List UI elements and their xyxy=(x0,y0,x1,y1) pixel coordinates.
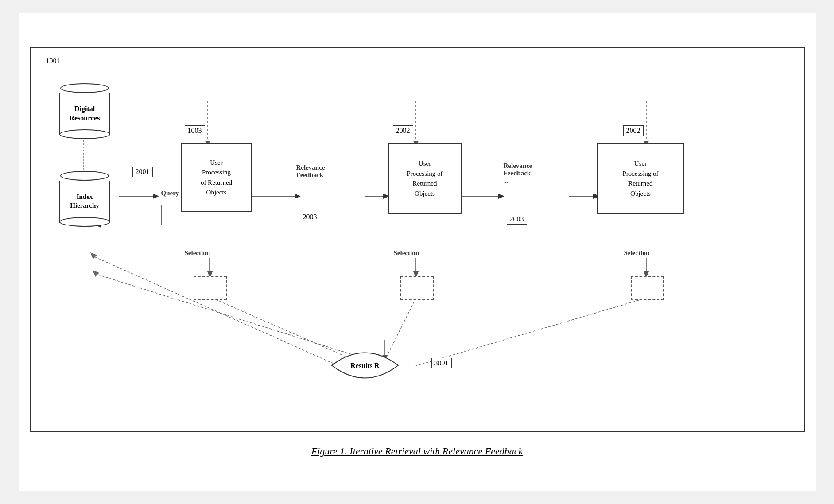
figure-caption: Figure 1. Iterative Retrieval with Relev… xyxy=(311,446,523,457)
selection-3-label: Selection xyxy=(624,249,650,257)
user-proc-1-label: UserProcessingof ReturnedObjects xyxy=(201,158,232,198)
cylinder-top-digital xyxy=(60,83,109,93)
label-2001: 2001 xyxy=(132,167,153,177)
label-1001: 1001 xyxy=(43,56,63,66)
user-proc-2-label: UserProcessing ofReturnedObjects xyxy=(407,159,442,198)
svg-text:Results R: Results R xyxy=(350,362,380,369)
user-proc-1-box: UserProcessingof ReturnedObjects xyxy=(181,143,252,212)
svg-marker-19 xyxy=(498,194,504,199)
svg-line-34 xyxy=(95,274,363,358)
digital-resources-cylinder: DigitalResources xyxy=(59,83,110,135)
svg-marker-33 xyxy=(90,252,97,259)
index-hierarchy-cylinder: IndexHierarchy xyxy=(59,171,110,223)
svg-marker-10 xyxy=(153,194,159,199)
diagram-container: 1001 DigitalResources IndexHierarchy 200… xyxy=(30,47,805,432)
selection-1-label: Selection xyxy=(185,249,210,257)
label-1003: 1003 xyxy=(185,125,205,136)
results-r-shape: Results R xyxy=(318,347,411,384)
cylinder-body-digital: DigitalResources xyxy=(59,93,110,135)
label-2003-1: 2003 xyxy=(300,212,320,222)
relevance-feedback-2-label: RelevanceFeedback... xyxy=(504,162,532,185)
cylinder-top-index xyxy=(60,171,109,181)
cylinder-body-index: IndexHierarchy xyxy=(59,181,110,223)
user-proc-2-box: UserProcessing ofReturnedObjects xyxy=(388,143,462,214)
user-proc-3-label: UserProcessing ofReturnedObjects xyxy=(622,159,658,198)
svg-marker-35 xyxy=(93,270,99,277)
svg-line-30 xyxy=(416,298,646,366)
diagram-arrows xyxy=(31,48,804,431)
label-3001: 3001 xyxy=(431,358,452,368)
selection-3-rect xyxy=(631,276,664,300)
selection-2-rect xyxy=(400,276,434,300)
relevance-feedback-1-label: RelevanceFeedback xyxy=(296,164,325,179)
svg-marker-15 xyxy=(295,194,301,199)
label-2002-1: 2002 xyxy=(393,125,413,136)
label-2003-2: 2003 xyxy=(507,214,527,225)
selection-2-label: Selection xyxy=(394,249,419,257)
label-2002-2: 2002 xyxy=(623,125,644,136)
selection-1-rect xyxy=(194,276,227,300)
query-label: Query xyxy=(161,190,179,197)
page-wrapper: 1001 DigitalResources IndexHierarchy 200… xyxy=(19,13,816,491)
svg-line-32 xyxy=(93,256,341,367)
user-proc-3-box: UserProcessing ofReturnedObjects xyxy=(597,143,684,214)
index-hierarchy-label: IndexHierarchy xyxy=(70,193,99,210)
digital-resources-label: DigitalResources xyxy=(69,105,100,123)
